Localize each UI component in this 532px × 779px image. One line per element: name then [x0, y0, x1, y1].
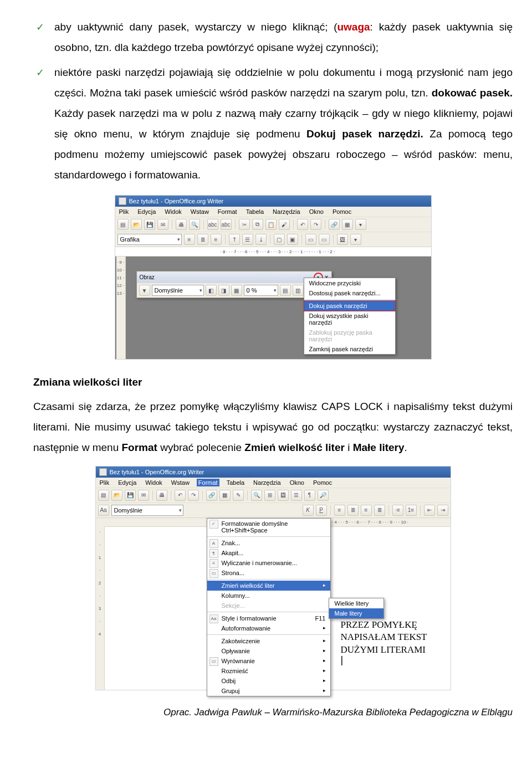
- redo-icon[interactable]: ↷: [188, 490, 199, 501]
- wrap-icon[interactable]: ▭: [305, 234, 316, 245]
- fmt-wylicz[interactable]: ≡Wyliczanie i numerowanie...: [207, 558, 330, 568]
- table-icon[interactable]: ▦: [342, 219, 353, 230]
- fmt-oplywanie[interactable]: Opływanie: [207, 646, 330, 656]
- top-icon[interactable]: ⤒: [229, 234, 240, 245]
- copy-icon[interactable]: ⧉: [252, 219, 263, 230]
- save-icon[interactable]: 💾: [144, 219, 155, 230]
- save-icon[interactable]: 💾: [125, 490, 136, 501]
- sub-male[interactable]: Małe litery: [329, 608, 383, 618]
- zoom-icon[interactable]: 🔎: [318, 490, 329, 501]
- new-icon[interactable]: ▤: [98, 490, 109, 501]
- border-icon[interactable]: ▢: [274, 234, 285, 245]
- style-combo[interactable]: Domyślnie: [111, 505, 183, 516]
- list1-icon[interactable]: ∙≡: [392, 505, 403, 516]
- nav-icon[interactable]: ⊞: [264, 490, 275, 501]
- undo-icon[interactable]: ↶: [175, 490, 186, 501]
- fmt-znak[interactable]: AZnak...: [207, 538, 330, 548]
- menu-wstaw[interactable]: Wstaw: [170, 479, 191, 486]
- open-icon[interactable]: 📂: [131, 219, 142, 230]
- img-icon[interactable]: 🖼: [337, 234, 348, 245]
- more2-icon[interactable]: ▾: [350, 234, 361, 245]
- styles-icon[interactable]: Aa: [98, 505, 109, 516]
- c1-icon[interactable]: ▤: [280, 285, 291, 296]
- floating-toolbar[interactable]: Obraz ▾ ✕ ▼ Domyślnie ◧ ◨ ▦ 0 % ▤ ▥ ▦: [136, 271, 332, 298]
- cut-icon[interactable]: ✂: [239, 219, 250, 230]
- al3-icon[interactable]: ≡: [361, 505, 372, 516]
- sub-wielkie[interactable]: Wielkie litery: [329, 598, 383, 608]
- find-icon[interactable]: 🔍: [251, 490, 262, 501]
- fmt-grupuj[interactable]: Grupuj: [207, 686, 330, 696]
- float-combo[interactable]: Domyślnie: [152, 285, 204, 296]
- ctx-dostosuj[interactable]: Dostosuj pasek narzędzi...: [304, 288, 395, 298]
- fx1-icon[interactable]: ◧: [206, 285, 217, 296]
- fmt-kolumny[interactable]: Kolumny...: [207, 591, 330, 601]
- ctx-dokuj-all[interactable]: Dokuj wszystkie paski narzędzi: [304, 311, 395, 327]
- redo-icon[interactable]: ↷: [310, 219, 321, 230]
- style-combo[interactable]: Grafika: [117, 234, 182, 245]
- align-left-icon[interactable]: ≡: [184, 234, 195, 245]
- menu-format[interactable]: Format: [216, 208, 239, 216]
- ctx-dokuj[interactable]: Dokuj pasek narzędzi: [304, 300, 396, 311]
- preview-icon[interactable]: 🔍: [189, 219, 200, 230]
- italic-icon[interactable]: K: [303, 505, 314, 516]
- menu-tabela[interactable]: Tabela: [244, 208, 265, 216]
- menu-plik[interactable]: Plik: [98, 479, 111, 486]
- menu-narzedzia[interactable]: Narzędzia: [252, 479, 283, 486]
- menu-widok[interactable]: Widok: [144, 479, 164, 486]
- al1-icon[interactable]: ≡: [334, 505, 345, 516]
- menu-okno[interactable]: Okno: [288, 479, 306, 486]
- fmt-strona[interactable]: ▭Strona...: [207, 568, 330, 578]
- ind2-icon[interactable]: ⇥: [437, 505, 448, 516]
- fx3-icon[interactable]: ▦: [231, 285, 242, 296]
- fmt-zakotw[interactable]: Zakotwiczenie: [207, 636, 330, 646]
- paste-icon[interactable]: 📋: [265, 219, 277, 230]
- menu-widok[interactable]: Widok: [163, 208, 183, 216]
- fmt-autoformat[interactable]: Autoformatowanie: [207, 623, 330, 633]
- fmt-style[interactable]: AaStyle i formatowanieF11: [207, 613, 330, 623]
- fmt-rozmiesc[interactable]: Rozmieść: [207, 666, 330, 676]
- menu-pomoc[interactable]: Pomoc: [331, 208, 353, 216]
- border2-icon[interactable]: ▣: [287, 234, 298, 245]
- menu-plik[interactable]: Plik: [117, 208, 131, 216]
- print-icon[interactable]: 🖶: [176, 219, 187, 230]
- link-icon[interactable]: 🔗: [206, 490, 217, 501]
- al4-icon[interactable]: ≣: [374, 505, 385, 516]
- open-icon[interactable]: 📂: [111, 490, 122, 501]
- np-icon[interactable]: ¶: [304, 490, 315, 501]
- link-icon[interactable]: 🔗: [329, 219, 340, 230]
- list2-icon[interactable]: 1≡: [406, 505, 417, 516]
- align-right-icon[interactable]: ≡: [211, 234, 222, 245]
- float-titlebar[interactable]: Obraz ▾ ✕: [137, 271, 331, 283]
- mail-icon[interactable]: ✉: [157, 219, 168, 230]
- ind1-icon[interactable]: ⇤: [424, 505, 435, 516]
- ctx-widoczne[interactable]: Widoczne przyciski: [304, 278, 395, 288]
- menu-wstaw[interactable]: Wstaw: [189, 208, 211, 216]
- brush-icon[interactable]: 🖌: [279, 219, 290, 230]
- fx2-icon[interactable]: ◨: [218, 285, 229, 296]
- spell2-icon[interactable]: abc: [221, 219, 232, 230]
- al2-icon[interactable]: ≣: [347, 505, 359, 516]
- menu-format[interactable]: Format: [197, 479, 219, 486]
- more-icon[interactable]: ▾: [355, 219, 366, 230]
- mail-icon[interactable]: ✉: [138, 490, 149, 501]
- src-icon[interactable]: ☰: [291, 490, 302, 501]
- fmt-default[interactable]: ✓Formatowanie domyślne Ctrl+Shift+Space: [207, 519, 330, 535]
- menu-edycja[interactable]: Edycja: [136, 208, 157, 216]
- c2-icon[interactable]: ▥: [293, 285, 304, 296]
- table-icon[interactable]: ▦: [219, 490, 231, 501]
- align-center-icon[interactable]: ≣: [197, 234, 208, 245]
- menu-okno[interactable]: Okno: [308, 208, 325, 216]
- undo-icon[interactable]: ↶: [297, 219, 308, 230]
- bot-icon[interactable]: ⤓: [255, 234, 267, 245]
- fmt-odbij[interactable]: Odbij: [207, 676, 330, 686]
- wrap2-icon[interactable]: ▭: [319, 234, 330, 245]
- print-icon[interactable]: 🖶: [156, 490, 167, 501]
- draw-icon[interactable]: ✎: [233, 490, 244, 501]
- menu-narzedzia[interactable]: Narzędzia: [271, 208, 302, 216]
- filter-icon[interactable]: ▼: [139, 285, 150, 296]
- fmt-wyrownanie[interactable]: ▭Wyrównanie: [207, 656, 330, 666]
- menu-edycja[interactable]: Edycja: [116, 479, 138, 486]
- new-icon[interactable]: ▤: [117, 219, 129, 230]
- menu-pomoc[interactable]: Pomoc: [311, 479, 334, 486]
- spell-icon[interactable]: abc: [207, 219, 218, 230]
